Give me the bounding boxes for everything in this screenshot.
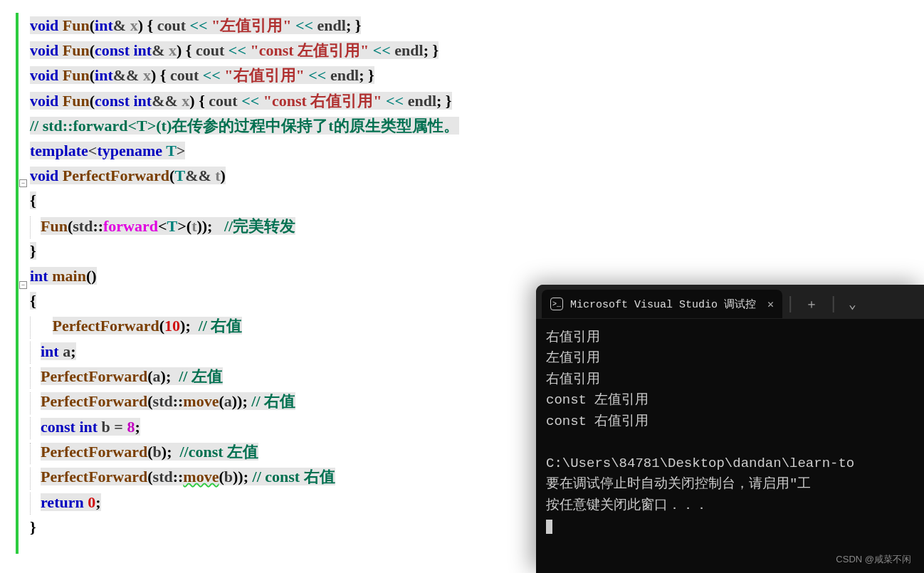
terminal-icon: >_ <box>550 298 563 310</box>
code-line: void Fun(int& x) { cout << "左值引用" << end… <box>30 13 924 38</box>
output-line: 要在调试停止时自动关闭控制台，请启用"工 <box>546 476 811 492</box>
code-line: Fun(std::forward<T>(t)); //完美转发 <box>30 214 924 238</box>
terminal-tab-title: Microsoft Visual Studio 调试控 <box>570 298 756 311</box>
output-line: 右值引用 <box>546 330 600 345</box>
close-icon[interactable]: ✕ <box>767 298 774 311</box>
output-line: 左值引用 <box>546 350 600 366</box>
terminal-window: >_ Microsoft Visual Studio 调试控 ✕ | ＋ | ⌄… <box>536 285 924 573</box>
code-line: void Fun(const int& x) { cout << "const … <box>30 38 924 63</box>
tab-separator: | <box>828 295 838 314</box>
code-line: void Fun(int&& x) { cout << "右值引用" << en… <box>30 63 924 88</box>
output-line: 右值引用 <box>546 372 600 387</box>
code-line: } <box>30 238 924 263</box>
cursor <box>546 520 552 534</box>
terminal-output[interactable]: 右值引用 左值引用 右值引用 const 左值引用 const 右值引用 C:\… <box>536 319 924 545</box>
output-line: C:\Users\84781\Desktop\dandan\learn-to <box>546 456 854 471</box>
code-line: // std::forward<T>(t)在传参的过程中保持了t的原生类型属性。 <box>30 113 924 138</box>
code-line: { <box>30 188 924 213</box>
code-line: template<typename T> <box>30 138 924 163</box>
output-line: 按任意键关闭此窗口．．． <box>546 498 708 513</box>
watermark: CSDN @咸菜不闲 <box>836 553 911 566</box>
new-tab-button[interactable]: ＋ <box>798 293 825 315</box>
terminal-tabbar: >_ Microsoft Visual Studio 调试控 ✕ | ＋ | ⌄ <box>536 285 924 319</box>
code-line: void PerfectForward(T&& t) <box>30 163 924 188</box>
output-line: const 右值引用 <box>546 414 649 429</box>
tab-separator: | <box>785 295 795 314</box>
output-line: const 左值引用 <box>546 392 649 408</box>
terminal-tab[interactable]: >_ Microsoft Visual Studio 调试控 ✕ <box>542 290 782 318</box>
code-line: void Fun(const int&& x) { cout << "const… <box>30 88 924 113</box>
chevron-down-icon[interactable]: ⌄ <box>841 293 863 315</box>
